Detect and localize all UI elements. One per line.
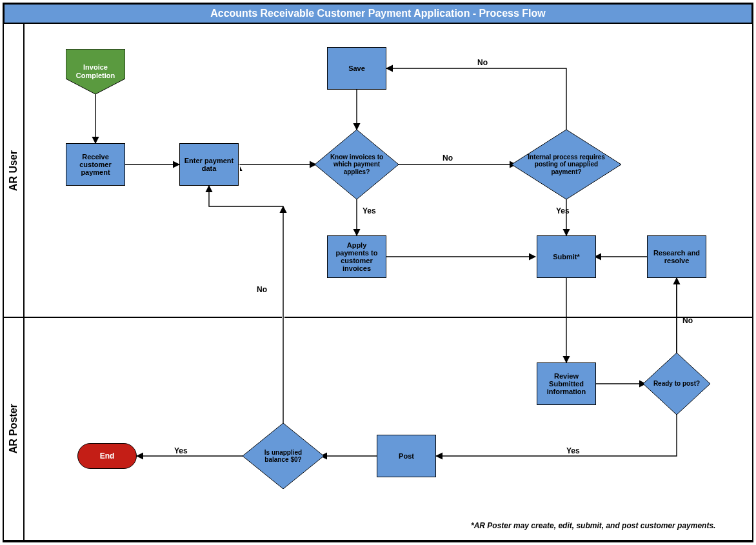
- node-text: Submit*: [553, 253, 580, 261]
- label-internal-no: No: [477, 58, 488, 67]
- node-text: Review Submitted information: [540, 372, 593, 395]
- start-label: Invoice Completion: [66, 49, 125, 94]
- node-post: Post: [377, 435, 436, 477]
- node-text: Enter payment data: [183, 157, 235, 172]
- node-end: End: [77, 443, 137, 469]
- node-text: Research and resolve: [650, 249, 703, 264]
- lane-label-text: AR Poster: [8, 404, 19, 453]
- node-text: Save: [348, 64, 365, 72]
- decision-know-invoices: Know invoices to which payment applies?: [315, 130, 399, 199]
- title-text: Accounts Receivable Customer Payment App…: [210, 8, 546, 19]
- node-review-submitted: Review Submitted information: [537, 362, 596, 405]
- label-ready-yes: Yes: [566, 446, 580, 455]
- node-apply-payments: Apply payments to customer invoices: [327, 235, 386, 278]
- label-know-no: No: [443, 154, 453, 163]
- node-text: End: [100, 451, 115, 461]
- lane-ar-poster: AR Poster: [4, 317, 752, 541]
- diagram-stage: Accounts Receivable Customer Payment App…: [0, 0, 756, 545]
- node-text: Ready to post?: [643, 353, 710, 415]
- node-research-resolve: Research and resolve: [647, 235, 706, 278]
- label-ready-no: No: [682, 316, 693, 325]
- node-submit: Submit*: [537, 235, 596, 278]
- node-text: Apply payments to customer invoices: [330, 241, 383, 272]
- footnote: *AR Poster may create, edit, submit, and…: [471, 521, 715, 530]
- node-enter-payment-data: Enter payment data: [179, 143, 239, 186]
- node-receive-payment: Receive customer payment: [66, 143, 125, 186]
- decision-internal-process: Internal process requires posting of una…: [512, 130, 621, 199]
- node-save: Save: [327, 47, 386, 90]
- node-text: Internal process requires posting of una…: [512, 130, 621, 199]
- node-text: Post: [399, 452, 414, 460]
- label-know-yes: Yes: [363, 206, 376, 215]
- start-invoice-completion: Invoice Completion: [66, 49, 125, 94]
- lane-label-ar-user: AR User: [4, 24, 25, 317]
- lane-label-text: AR User: [8, 150, 19, 191]
- label-unapplied-yes: Yes: [174, 446, 188, 455]
- node-text: Is unapplied balance $0?: [243, 423, 324, 489]
- node-text: Know invoices to which payment applies?: [315, 130, 399, 199]
- lane-label-ar-poster: AR Poster: [4, 317, 25, 540]
- node-text: Receive customer payment: [69, 153, 122, 176]
- label-internal-yes: Yes: [556, 206, 570, 215]
- label-unapplied-no: No: [257, 285, 267, 294]
- decision-unapplied-balance: Is unapplied balance $0?: [243, 423, 324, 489]
- title-bar: Accounts Receivable Customer Payment App…: [4, 4, 752, 23]
- decision-ready-to-post: Ready to post?: [643, 353, 710, 415]
